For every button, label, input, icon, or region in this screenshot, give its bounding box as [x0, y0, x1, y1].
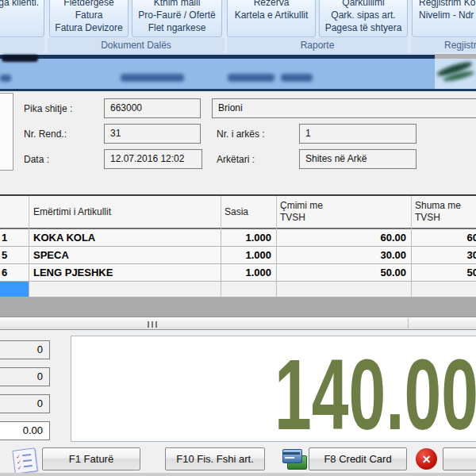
pika-shitje-name-field[interactable]: Brioni: [212, 98, 476, 118]
row-article-name: SPECA: [33, 247, 216, 263]
grid-column-divider: [221, 196, 221, 228]
grid-column-divider: [411, 196, 412, 228]
ribbon-button-line: Qark. sipas art.: [320, 9, 407, 21]
ribbon-button-qarkullimi[interactable]: Qarkullimi Qark. sipas art. Pagesa të sh…: [319, 0, 408, 37]
grid-column-divider: [221, 228, 221, 298]
grid-column-divider: [276, 196, 277, 228]
ribbon-button-line: Flet ngarkese: [132, 21, 221, 34]
total-field-2[interactable]: 0: [0, 367, 50, 386]
pika-shitje-field[interactable]: 663000: [104, 98, 201, 118]
ribbon-button-line: Fatura: [50, 9, 128, 21]
selected-cell[interactable]: [0, 282, 29, 297]
row-article-name: LENG PJESHKE: [33, 264, 216, 281]
f8-credit-card-button[interactable]: F8 Credit Card: [309, 447, 407, 470]
ribbon-button-line: Fatura Devizore: [50, 21, 128, 34]
row-sum: 50.00: [416, 264, 476, 281]
nr-rend-field[interactable]: 31: [104, 124, 201, 144]
grid-column-divider: [29, 228, 29, 298]
close-icon[interactable]: ✕: [416, 448, 437, 470]
grid-row[interactable]: 6 LENG PJESHKE 1.000 50.00 50.00: [0, 264, 476, 282]
nr-arkes-label: Nr. i arkës :: [217, 129, 265, 140]
ribbon-button-line: Nivelim - Ndr: [419, 9, 476, 21]
grand-total-display: 140.00: [71, 336, 476, 442]
info-bar: [0, 59, 435, 89]
arketari-field[interactable]: Shites në Arkë: [299, 149, 416, 169]
grid-row-empty[interactable]: [0, 282, 476, 298]
redacted-text: [121, 74, 184, 82]
splitter-seam: [408, 318, 409, 328]
ribbon-button-label: …ga klienti.: [0, 0, 39, 9]
ribbon-button-line: Fletdërgese: [50, 0, 128, 9]
ribbon-button-line: Kartela e Artikullit: [228, 9, 315, 21]
ribbon-group-dokument-dales: Dokument Dalës: [48, 38, 225, 52]
side-panel-cut: [0, 93, 13, 171]
grip-dots-icon: [148, 321, 149, 328]
grid-row[interactable]: 1 KOKA KOLA 1.000 60.00 60.00: [0, 229, 476, 247]
data-field[interactable]: 12.07.2016 12:02: [104, 149, 202, 169]
ribbon-button-line: [228, 21, 315, 34]
ribbon-button-nivelim[interactable]: Regjistrim Ko Nivelim - Ndr: [412, 0, 476, 37]
grid-header-price[interactable]: Çmimi me TVSH: [280, 196, 344, 228]
credit-card-icon[interactable]: [282, 448, 306, 470]
grip-dots-icon: [152, 321, 153, 328]
checklist-icon[interactable]: ✓✓✓: [12, 447, 37, 474]
row-article-name: KOKA KOLA: [33, 229, 216, 246]
grid-header-qty[interactable]: Sasia: [225, 196, 248, 228]
ribbon-button-line: Rezerva: [228, 0, 315, 9]
total-field-4[interactable]: 0.00: [0, 421, 50, 440]
total-field-3[interactable]: 0: [0, 394, 50, 413]
arketari-label: Arkëtari :: [217, 154, 255, 165]
grid-column-divider: [411, 228, 412, 298]
ribbon-button-line: Kthim malli: [132, 0, 221, 9]
redacted-text: [281, 74, 313, 82]
row-price: 30.00: [308, 247, 406, 263]
grid-row[interactable]: 5 SPECA 1.000 30.00 30.00: [0, 247, 476, 264]
row-qty: 1.000: [205, 229, 271, 246]
pos-window: …ga klienti. Fletdërgese Fatura Fatura D…: [0, 0, 476, 476]
nr-rend-label: Nr. Rend.:: [24, 129, 67, 140]
row-price: 60.00: [308, 229, 406, 246]
nr-arkes-field[interactable]: 1: [299, 124, 416, 144]
row-sum: 30.00: [416, 247, 476, 263]
ribbon-button-pagesa-nga-klienti[interactable]: …ga klienti.: [0, 0, 44, 37]
row-price: 50.00: [308, 264, 406, 281]
grip-dots-icon: [155, 321, 157, 328]
ribbon-group-raporte: Raporte: [227, 38, 408, 52]
redacted-text: [0, 75, 11, 82]
ribbon-button-kartela-artikullit[interactable]: Rezerva Kartela e Artikullit: [227, 0, 316, 37]
row-number: 6: [2, 264, 27, 281]
redacted-text: [2, 55, 38, 62]
grid-header-name[interactable]: Emërtimi i Artikullit: [33, 196, 111, 228]
grid-footer-band: [0, 298, 476, 317]
row-qty: 1.000: [205, 247, 271, 263]
grid-column-divider: [276, 228, 277, 298]
total-field-1[interactable]: 0: [0, 340, 50, 359]
grid-header-sum[interactable]: Shuma me TVSH: [415, 196, 476, 228]
ribbon-group-regjistr: Regjistr: [411, 38, 476, 52]
pika-shitje-label: Pika shitje :: [24, 103, 72, 114]
ribbon-button-line: Pro-Faurë / Ofertë: [132, 9, 221, 21]
f1-fature-button[interactable]: F1 Faturë: [42, 447, 140, 470]
window-bottom-edge: [0, 473, 476, 476]
info-bar-bottom-edge: [0, 89, 476, 91]
row-number: 5: [2, 247, 27, 263]
partial-button-cut[interactable]: [443, 447, 476, 470]
ribbon-button-line: Pagesa të shtyera: [320, 21, 407, 34]
ribbon-button-line: [419, 21, 476, 34]
redacted-text: [228, 74, 274, 82]
f10-fshi-art-button[interactable]: F10 Fis. Fshi art.: [165, 447, 265, 470]
data-label: Data :: [24, 154, 49, 165]
grand-total-value: 140.00: [274, 337, 476, 442]
ribbon-button-fatura[interactable]: Fletdërgese Fatura Fatura Devizore: [49, 0, 129, 37]
row-number: 1: [2, 229, 27, 246]
ribbon-button-line: Regjistrim Ko: [419, 0, 476, 9]
row-sum: 60.00: [416, 229, 476, 246]
ribbon-button-profature-oferte[interactable]: Kthim malli Pro-Faurë / Ofertë Flet ngar…: [132, 0, 222, 37]
ribbon-button-line: Qarkullimi: [320, 0, 407, 9]
grid-column-divider: [29, 196, 29, 228]
row-qty: 1.000: [205, 264, 271, 281]
splitter-handle[interactable]: [0, 317, 476, 330]
ribbon-group-cut: [0, 38, 44, 52]
